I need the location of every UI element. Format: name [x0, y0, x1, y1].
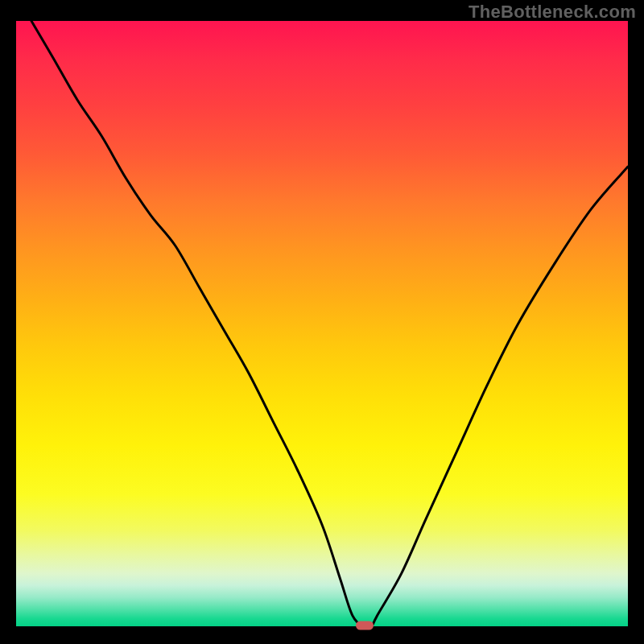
watermark-text: TheBottleneck.com — [469, 2, 636, 23]
bottleneck-curve — [16, 21, 628, 628]
chart-frame: TheBottleneck.com — [0, 0, 644, 644]
optimum-marker — [356, 621, 374, 630]
x-axis — [14, 626, 628, 628]
y-axis — [14, 21, 16, 628]
plot-area — [16, 21, 628, 628]
